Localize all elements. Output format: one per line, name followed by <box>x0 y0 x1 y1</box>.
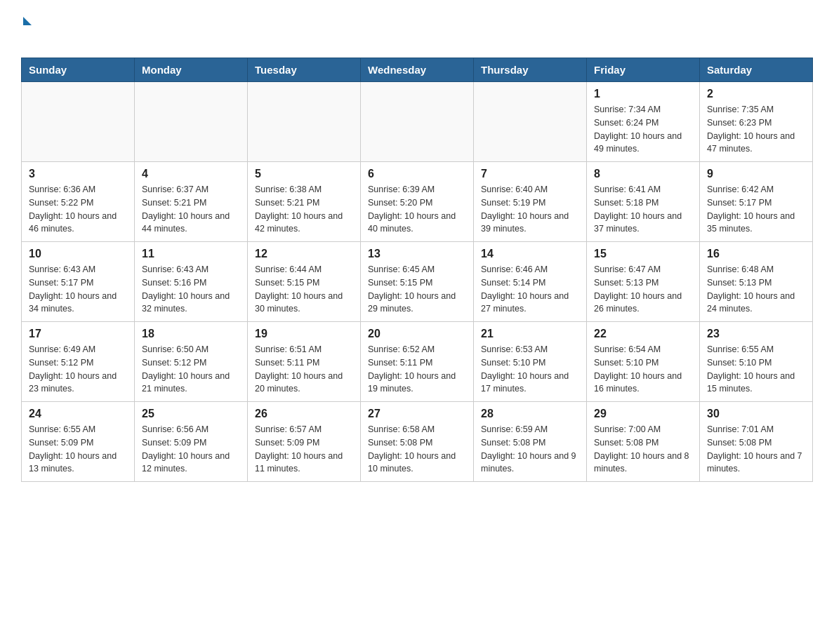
day-info: Sunrise: 6:58 AMSunset: 5:08 PMDaylight:… <box>368 423 466 476</box>
day-number: 14 <box>481 248 579 260</box>
day-info: Sunrise: 6:40 AMSunset: 5:19 PMDaylight:… <box>481 183 579 236</box>
week-row-2: 10Sunrise: 6:43 AMSunset: 5:17 PMDayligh… <box>22 242 813 322</box>
day-info: Sunrise: 6:55 AMSunset: 5:09 PMDaylight:… <box>29 423 127 476</box>
day-info: Sunrise: 6:59 AMSunset: 5:08 PMDaylight:… <box>481 423 579 476</box>
day-cell: 14Sunrise: 6:46 AMSunset: 5:14 PMDayligh… <box>474 242 587 322</box>
day-number: 3 <box>29 168 127 180</box>
header <box>21 14 813 43</box>
day-number: 4 <box>142 168 240 180</box>
day-cell: 8Sunrise: 6:41 AMSunset: 5:18 PMDaylight… <box>587 162 700 242</box>
day-cell: 2Sunrise: 7:35 AMSunset: 6:23 PMDaylight… <box>700 82 813 162</box>
day-number: 12 <box>255 248 353 260</box>
day-info: Sunrise: 7:35 AMSunset: 6:23 PMDaylight:… <box>707 103 805 156</box>
day-cell: 4Sunrise: 6:37 AMSunset: 5:21 PMDaylight… <box>135 162 248 242</box>
day-number: 6 <box>368 168 466 180</box>
day-number: 11 <box>142 248 240 260</box>
day-info: Sunrise: 6:45 AMSunset: 5:15 PMDaylight:… <box>368 263 466 316</box>
day-info: Sunrise: 6:52 AMSunset: 5:11 PMDaylight:… <box>368 343 466 396</box>
day-cell: 13Sunrise: 6:45 AMSunset: 5:15 PMDayligh… <box>361 242 474 322</box>
day-cell <box>22 82 135 162</box>
header-day-wednesday: Wednesday <box>361 58 474 82</box>
day-info: Sunrise: 6:48 AMSunset: 5:13 PMDaylight:… <box>707 263 805 316</box>
day-cell <box>248 82 361 162</box>
day-info: Sunrise: 6:57 AMSunset: 5:09 PMDaylight:… <box>255 423 353 476</box>
day-info: Sunrise: 6:47 AMSunset: 5:13 PMDaylight:… <box>594 263 692 316</box>
day-number: 16 <box>707 248 805 260</box>
day-number: 7 <box>481 168 579 180</box>
day-info: Sunrise: 7:01 AMSunset: 5:08 PMDaylight:… <box>707 423 805 476</box>
day-info: Sunrise: 6:37 AMSunset: 5:21 PMDaylight:… <box>142 183 240 236</box>
day-cell: 20Sunrise: 6:52 AMSunset: 5:11 PMDayligh… <box>361 322 474 402</box>
day-cell <box>135 82 248 162</box>
day-cell: 26Sunrise: 6:57 AMSunset: 5:09 PMDayligh… <box>248 402 361 482</box>
header-day-sunday: Sunday <box>22 58 135 82</box>
day-info: Sunrise: 6:44 AMSunset: 5:15 PMDaylight:… <box>255 263 353 316</box>
day-cell: 25Sunrise: 6:56 AMSunset: 5:09 PMDayligh… <box>135 402 248 482</box>
day-number: 23 <box>707 328 805 340</box>
day-number: 15 <box>594 248 692 260</box>
logo <box>21 14 32 43</box>
day-number: 18 <box>142 328 240 340</box>
day-cell: 11Sunrise: 6:43 AMSunset: 5:16 PMDayligh… <box>135 242 248 322</box>
day-number: 19 <box>255 328 353 340</box>
day-number: 22 <box>594 328 692 340</box>
day-cell: 1Sunrise: 7:34 AMSunset: 6:24 PMDaylight… <box>587 82 700 162</box>
day-cell: 15Sunrise: 6:47 AMSunset: 5:13 PMDayligh… <box>587 242 700 322</box>
day-number: 2 <box>707 88 805 100</box>
week-row-0: 1Sunrise: 7:34 AMSunset: 6:24 PMDaylight… <box>22 82 813 162</box>
day-number: 10 <box>29 248 127 260</box>
day-cell: 23Sunrise: 6:55 AMSunset: 5:10 PMDayligh… <box>700 322 813 402</box>
day-cell: 19Sunrise: 6:51 AMSunset: 5:11 PMDayligh… <box>248 322 361 402</box>
day-number: 8 <box>594 168 692 180</box>
day-number: 29 <box>594 408 692 420</box>
day-number: 5 <box>255 168 353 180</box>
day-info: Sunrise: 6:42 AMSunset: 5:17 PMDaylight:… <box>707 183 805 236</box>
day-info: Sunrise: 6:56 AMSunset: 5:09 PMDaylight:… <box>142 423 240 476</box>
day-cell: 9Sunrise: 6:42 AMSunset: 5:17 PMDaylight… <box>700 162 813 242</box>
day-info: Sunrise: 6:49 AMSunset: 5:12 PMDaylight:… <box>29 343 127 396</box>
day-info: Sunrise: 6:43 AMSunset: 5:17 PMDaylight:… <box>29 263 127 316</box>
day-cell: 18Sunrise: 6:50 AMSunset: 5:12 PMDayligh… <box>135 322 248 402</box>
day-cell: 3Sunrise: 6:36 AMSunset: 5:22 PMDaylight… <box>22 162 135 242</box>
day-cell: 30Sunrise: 7:01 AMSunset: 5:08 PMDayligh… <box>700 402 813 482</box>
day-number: 26 <box>255 408 353 420</box>
logo-triangle-icon <box>23 17 32 25</box>
day-cell: 10Sunrise: 6:43 AMSunset: 5:17 PMDayligh… <box>22 242 135 322</box>
day-info: Sunrise: 6:36 AMSunset: 5:22 PMDaylight:… <box>29 183 127 236</box>
day-cell: 29Sunrise: 7:00 AMSunset: 5:08 PMDayligh… <box>587 402 700 482</box>
header-day-saturday: Saturday <box>700 58 813 82</box>
day-number: 30 <box>707 408 805 420</box>
day-number: 25 <box>142 408 240 420</box>
day-cell: 17Sunrise: 6:49 AMSunset: 5:12 PMDayligh… <box>22 322 135 402</box>
day-cell: 27Sunrise: 6:58 AMSunset: 5:08 PMDayligh… <box>361 402 474 482</box>
day-info: Sunrise: 6:51 AMSunset: 5:11 PMDaylight:… <box>255 343 353 396</box>
day-number: 27 <box>368 408 466 420</box>
day-cell: 12Sunrise: 6:44 AMSunset: 5:15 PMDayligh… <box>248 242 361 322</box>
week-row-1: 3Sunrise: 6:36 AMSunset: 5:22 PMDaylight… <box>22 162 813 242</box>
day-number: 13 <box>368 248 466 260</box>
header-row: SundayMondayTuesdayWednesdayThursdayFrid… <box>22 58 813 82</box>
day-number: 17 <box>29 328 127 340</box>
day-cell: 21Sunrise: 6:53 AMSunset: 5:10 PMDayligh… <box>474 322 587 402</box>
day-info: Sunrise: 6:54 AMSunset: 5:10 PMDaylight:… <box>594 343 692 396</box>
day-cell: 7Sunrise: 6:40 AMSunset: 5:19 PMDaylight… <box>474 162 587 242</box>
day-number: 9 <box>707 168 805 180</box>
day-info: Sunrise: 7:34 AMSunset: 6:24 PMDaylight:… <box>594 103 692 156</box>
day-cell: 5Sunrise: 6:38 AMSunset: 5:21 PMDaylight… <box>248 162 361 242</box>
day-info: Sunrise: 6:38 AMSunset: 5:21 PMDaylight:… <box>255 183 353 236</box>
day-cell <box>361 82 474 162</box>
day-cell: 28Sunrise: 6:59 AMSunset: 5:08 PMDayligh… <box>474 402 587 482</box>
week-row-3: 17Sunrise: 6:49 AMSunset: 5:12 PMDayligh… <box>22 322 813 402</box>
day-info: Sunrise: 7:00 AMSunset: 5:08 PMDaylight:… <box>594 423 692 476</box>
header-day-thursday: Thursday <box>474 58 587 82</box>
day-number: 1 <box>594 88 692 100</box>
calendar-header: SundayMondayTuesdayWednesdayThursdayFrid… <box>22 58 813 82</box>
day-cell: 22Sunrise: 6:54 AMSunset: 5:10 PMDayligh… <box>587 322 700 402</box>
day-info: Sunrise: 6:50 AMSunset: 5:12 PMDaylight:… <box>142 343 240 396</box>
calendar-body: 1Sunrise: 7:34 AMSunset: 6:24 PMDaylight… <box>22 82 813 482</box>
day-cell: 16Sunrise: 6:48 AMSunset: 5:13 PMDayligh… <box>700 242 813 322</box>
day-info: Sunrise: 6:43 AMSunset: 5:16 PMDaylight:… <box>142 263 240 316</box>
day-number: 24 <box>29 408 127 420</box>
week-row-4: 24Sunrise: 6:55 AMSunset: 5:09 PMDayligh… <box>22 402 813 482</box>
day-cell: 24Sunrise: 6:55 AMSunset: 5:09 PMDayligh… <box>22 402 135 482</box>
